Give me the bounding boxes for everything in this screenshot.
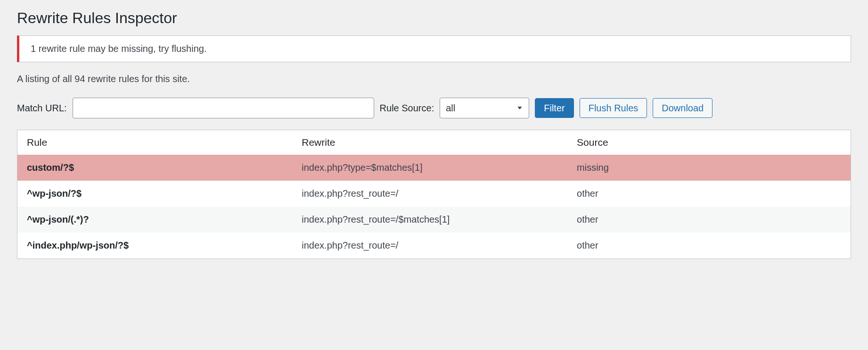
notice-message: 1 rewrite rule may be missing, try flush… (31, 43, 839, 54)
cell-rewrite: index.php?type=$matches[1] (292, 155, 567, 181)
rules-table: Rule Rewrite Source custom/?$ index.php?… (17, 130, 851, 259)
flush-rules-button[interactable]: Flush Rules (580, 98, 647, 118)
table-row: ^index.php/wp-json/?$ index.php?rest_rou… (17, 233, 851, 259)
table-header-rewrite: Rewrite (292, 130, 567, 155)
cell-rule: ^wp-json/(.*)? (17, 207, 293, 233)
description-text: A listing of all 94 rewrite rules for th… (17, 74, 851, 84)
table-header-source: Source (567, 130, 851, 155)
cell-rule: custom/?$ (17, 155, 293, 181)
notice-warning: 1 rewrite rule may be missing, try flush… (17, 35, 851, 62)
cell-rule: ^index.php/wp-json/?$ (17, 233, 293, 259)
cell-rewrite: index.php?rest_route=/$matches[1] (292, 207, 567, 233)
table-row: custom/?$ index.php?type=$matches[1] mis… (17, 155, 851, 181)
table-row: ^wp-json/(.*)? index.php?rest_route=/$ma… (17, 207, 851, 233)
page-title: Rewrite Rules Inspector (17, 9, 851, 27)
cell-source: missing (567, 155, 851, 181)
table-header-rule: Rule (17, 130, 293, 155)
cell-rewrite: index.php?rest_route=/ (292, 181, 567, 207)
table-body: custom/?$ index.php?type=$matches[1] mis… (17, 155, 851, 259)
rule-source-select[interactable]: all (440, 98, 529, 118)
filter-button[interactable]: Filter (535, 98, 573, 118)
cell-rewrite: index.php?rest_route=/ (292, 233, 567, 259)
rule-source-label: Rule Source: (380, 103, 434, 114)
cell-source: other (567, 181, 851, 207)
cell-source: other (567, 207, 851, 233)
table-row: ^wp-json/?$ index.php?rest_route=/ other (17, 181, 851, 207)
match-url-label: Match URL: (17, 103, 67, 114)
cell-source: other (567, 233, 851, 259)
table-header-row: Rule Rewrite Source (17, 130, 851, 155)
download-button[interactable]: Download (653, 98, 712, 118)
controls-bar: Match URL: Rule Source: all Filter Flush… (17, 98, 851, 118)
match-url-input[interactable] (73, 98, 374, 118)
cell-rule: ^wp-json/?$ (17, 181, 293, 207)
